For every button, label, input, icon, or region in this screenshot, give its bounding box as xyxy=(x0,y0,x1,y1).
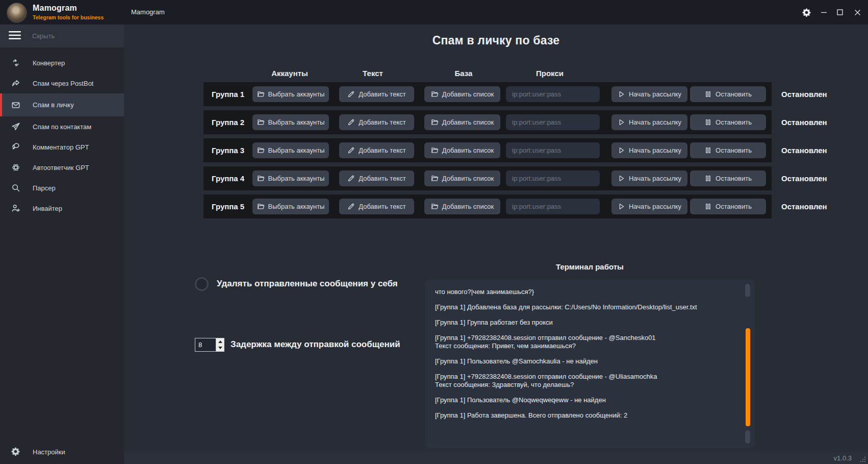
add-list-button[interactable]: Добавить список xyxy=(424,199,500,214)
group-status: Остановлен xyxy=(781,82,827,106)
add-text-button[interactable]: Добавить текст xyxy=(339,142,414,158)
sidebar-item-autoresponder-gpt[interactable]: Автоответчик GPT xyxy=(0,157,124,178)
sidebar-toggle[interactable]: Скрыть xyxy=(0,25,124,47)
stop-button[interactable]: Остановить xyxy=(690,170,766,186)
sidebar-item-settings[interactable]: Настройки xyxy=(0,444,124,459)
proxy-input[interactable] xyxy=(506,170,600,186)
group-row: Группа 4 Выбрать аккаунты Добавить текст… xyxy=(203,166,866,190)
delete-sent-checkbox[interactable] xyxy=(195,277,209,291)
delete-sent-label: Удалять отправленные сообщения у себя xyxy=(217,279,398,289)
titlebar-settings-button[interactable] xyxy=(798,0,815,25)
stop-button[interactable]: Остановить xyxy=(690,199,766,214)
sidebar-item-label: Настройки xyxy=(33,448,65,456)
pause-icon xyxy=(704,175,712,182)
group-label: Группа 2 xyxy=(212,110,244,134)
titlebar: Mamogram Telegram tools for business Mam… xyxy=(0,0,868,25)
group-row: Группа 2 Выбрать аккаунты Добавить текст… xyxy=(203,110,866,134)
start-mailing-button[interactable]: Начать рассылку xyxy=(611,170,687,186)
select-accounts-button[interactable]: Выбрать аккаунты xyxy=(252,199,329,214)
terminal-scrollbar-thumb-bottom[interactable] xyxy=(745,430,750,444)
resize-grip-icon[interactable] xyxy=(860,455,867,462)
sidebar-item-inviter[interactable]: Инвайтер xyxy=(0,198,124,218)
folder-open-icon xyxy=(257,90,265,98)
sidebar-item-spam-lichku[interactable]: Спам в личку xyxy=(0,93,124,116)
tab-mamogram[interactable]: Mamogram xyxy=(131,8,165,16)
mail-icon xyxy=(11,101,20,110)
terminal-log[interactable]: что нового?|чем занимаешься?}[Группа 1] … xyxy=(425,280,755,448)
delay-value[interactable]: 8 xyxy=(195,338,216,351)
select-accounts-button[interactable]: Выбрать аккаунты xyxy=(252,170,329,186)
play-icon xyxy=(618,118,625,126)
stop-button[interactable]: Остановить xyxy=(690,114,766,130)
group-label: Группа 3 xyxy=(212,138,244,162)
terminal-log-line: [Группа 1] +79282382408.session отправил… xyxy=(435,373,734,389)
app-window: Mamogram Telegram tools for business Mam… xyxy=(0,0,868,464)
pause-icon xyxy=(704,146,712,154)
share-icon xyxy=(11,79,20,88)
select-accounts-button[interactable]: Выбрать аккаунты xyxy=(252,142,329,158)
sidebar-nav: Конвертер Спам через PostBot Спам в личк… xyxy=(0,53,124,218)
delay-decrement-button[interactable] xyxy=(216,345,224,352)
sidebar-item-spam-postbot[interactable]: Спам через PostBot xyxy=(0,73,124,93)
arrow-up-icon xyxy=(218,340,222,343)
terminal-scrollbar-thumb-top[interactable] xyxy=(745,284,750,297)
terminal-scrollbar-thumb-orange[interactable] xyxy=(746,328,750,426)
start-mailing-button[interactable]: Начать рассылку xyxy=(611,142,687,158)
proxy-input[interactable] xyxy=(506,86,600,102)
add-text-button[interactable]: Добавить текст xyxy=(339,170,414,186)
terminal-log-line: [Группа 1] Пользователь @Noqweqweqeww - … xyxy=(435,396,734,404)
add-list-button[interactable]: Добавить список xyxy=(424,142,500,158)
pause-icon xyxy=(704,90,712,98)
play-icon xyxy=(618,146,625,154)
proxy-input[interactable] xyxy=(506,199,600,214)
maximize-button[interactable] xyxy=(831,0,849,25)
folder-open-icon xyxy=(431,90,439,98)
folder-open-icon xyxy=(431,118,439,126)
brand-subtitle: Telegram tools for business xyxy=(33,14,104,20)
add-text-button[interactable]: Добавить текст xyxy=(339,86,414,102)
group-status: Остановлен xyxy=(781,194,827,218)
group-status: Остановлен xyxy=(781,166,827,190)
sidebar-toggle-label: Скрыть xyxy=(32,32,55,40)
column-header-text: Текст xyxy=(363,69,383,78)
stop-button[interactable]: Остановить xyxy=(690,86,766,102)
maximize-icon xyxy=(837,9,843,15)
add-text-button[interactable]: Добавить текст xyxy=(339,199,414,214)
gear-icon xyxy=(802,8,811,17)
convert-icon xyxy=(11,58,20,67)
sidebar-item-spam-contacts[interactable]: Спам по контактам xyxy=(0,116,124,137)
add-text-button[interactable]: Добавить текст xyxy=(339,114,414,130)
select-accounts-button[interactable]: Выбрать аккаунты xyxy=(252,114,329,130)
start-mailing-button[interactable]: Начать рассылку xyxy=(611,86,687,102)
play-icon xyxy=(618,175,625,182)
sidebar-item-commentator-gpt[interactable]: Комментатор GPT xyxy=(0,137,124,157)
select-accounts-button[interactable]: Выбрать аккаунты xyxy=(252,86,329,102)
add-list-button[interactable]: Добавить список xyxy=(424,170,500,186)
stop-button[interactable]: Остановить xyxy=(690,142,766,158)
terminal-log-line: [Группа 1] +79282382408.session отправил… xyxy=(435,334,734,350)
comment-icon xyxy=(11,142,20,152)
proxy-input[interactable] xyxy=(506,142,600,158)
close-button[interactable] xyxy=(849,0,866,25)
minimize-button[interactable] xyxy=(815,0,832,25)
column-header-proxy: Прокси xyxy=(536,69,564,78)
terminal-log-line: [Группа 1] Работа завершена. Всего отпра… xyxy=(435,411,734,420)
folder-open-icon xyxy=(257,118,265,126)
group-label: Группа 4 xyxy=(212,166,244,190)
add-list-button[interactable]: Добавить список xyxy=(424,114,500,130)
sidebar-item-parser[interactable]: Парсер xyxy=(0,178,124,198)
pencil-icon xyxy=(347,203,355,210)
close-icon xyxy=(854,9,861,16)
start-mailing-button[interactable]: Начать рассылку xyxy=(611,199,687,214)
play-icon xyxy=(618,203,625,210)
start-mailing-button[interactable]: Начать рассылку xyxy=(611,114,687,130)
add-list-button[interactable]: Добавить список xyxy=(424,86,500,102)
sidebar-item-converter[interactable]: Конвертер xyxy=(0,53,124,73)
folder-open-icon xyxy=(431,203,439,210)
delay-spinbox: 8 xyxy=(195,338,224,352)
terminal-log-line: [Группа 1] Группа работает без прокси xyxy=(435,319,734,327)
folder-open-icon xyxy=(431,175,439,182)
delay-increment-button[interactable] xyxy=(216,338,224,345)
pencil-icon xyxy=(347,146,355,154)
proxy-input[interactable] xyxy=(506,114,600,130)
